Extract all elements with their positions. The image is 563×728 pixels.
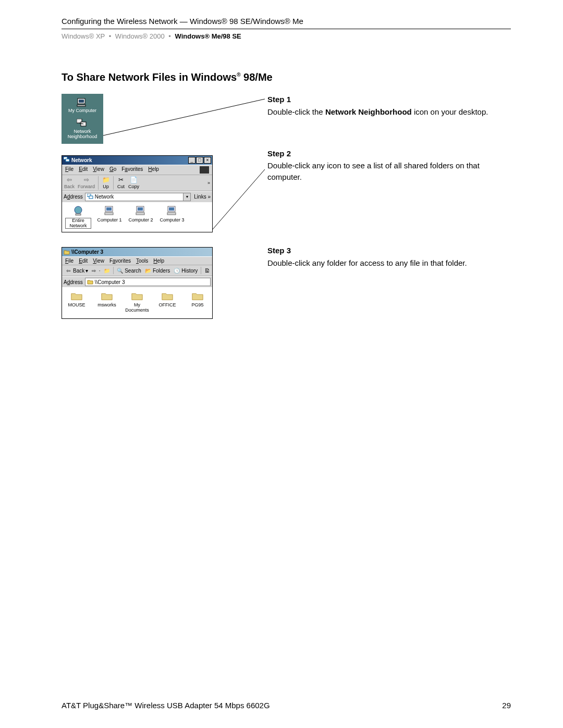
- step1-bold: Network Neighborhood: [325, 107, 412, 116]
- folder-icon: [191, 290, 204, 302]
- folder-office[interactable]: OFFICE: [155, 290, 180, 308]
- svg-rect-18: [138, 207, 143, 211]
- computer3-address-bar: Address \\Computer 3: [62, 276, 212, 287]
- svg-rect-16: [105, 213, 113, 215]
- up-label: Up: [103, 184, 109, 189]
- network-title-bar[interactable]: Network _ □ ×: [62, 156, 212, 165]
- menu-help[interactable]: Help: [148, 166, 159, 174]
- dropdown-icon: ▾: [85, 268, 88, 274]
- header-sub-nav: Windows® XP • Windows® 2000 • Windows® M…: [62, 32, 511, 40]
- computer-icon: [134, 205, 147, 217]
- folder-msworks[interactable]: msworks: [94, 290, 119, 308]
- close-button[interactable]: ×: [204, 157, 211, 164]
- step3-label: Step 3: [267, 245, 511, 256]
- copy-button[interactable]: 📄Copy: [128, 176, 139, 189]
- computer2-item[interactable]: Computer 2: [128, 205, 154, 223]
- menu-file[interactable]: File: [65, 258, 74, 264]
- links-label[interactable]: Links »: [194, 194, 211, 200]
- folders-icon: 📂: [144, 267, 152, 274]
- search-button[interactable]: 🔍Search: [116, 267, 141, 274]
- network-window-title: Network: [71, 157, 92, 163]
- cut-button[interactable]: ✂Cut: [117, 176, 125, 189]
- computer3-toolbar: ⇦Back ▾ ⇨ · 📁 🔍Search 📂Folders 🕓History …: [62, 265, 212, 276]
- nav-dot: •: [109, 32, 112, 40]
- title-pre: To Share Network Files in Windows: [62, 71, 237, 83]
- menu-go[interactable]: Go: [109, 166, 116, 174]
- menu-help[interactable]: Help: [153, 258, 164, 264]
- dot-icon: ·: [99, 268, 101, 274]
- svg-rect-3: [79, 100, 84, 103]
- menu-edit[interactable]: Edit: [79, 258, 88, 264]
- nav-2000: Windows® 2000: [115, 32, 165, 40]
- menu-view[interactable]: View: [93, 258, 104, 264]
- menu-favorites[interactable]: Favorites: [109, 258, 131, 264]
- forward-arrow-icon[interactable]: ⇨: [91, 267, 96, 274]
- network-file-area: Entire Network Computer 1 Computer 2: [62, 202, 212, 232]
- my-computer-icon[interactable]: My Computer: [68, 98, 96, 114]
- folders-button[interactable]: 📂Folders: [144, 267, 170, 274]
- menu-favorites[interactable]: Favorites: [121, 166, 143, 174]
- address-field[interactable]: \\Computer 3: [85, 278, 211, 286]
- address-dropdown-button[interactable]: ▾: [183, 193, 190, 201]
- nav-dot: •: [168, 32, 171, 40]
- folder-icon: [161, 290, 174, 302]
- step1-text-a: Double-click the: [267, 107, 325, 116]
- extra-icon[interactable]: 🖻: [204, 267, 210, 274]
- address-value: Network: [95, 194, 114, 200]
- computer3-title-bar[interactable]: \\Computer 3: [62, 248, 212, 256]
- folder-icon: [101, 290, 113, 302]
- computer-icon: [103, 205, 116, 217]
- back-label: Back: [64, 184, 75, 189]
- computer3-item[interactable]: Computer 3: [159, 205, 185, 223]
- menu-tools[interactable]: Tools: [136, 258, 148, 264]
- address-label: Address: [64, 194, 83, 200]
- menu-edit[interactable]: Edit: [79, 166, 88, 174]
- network-window: Network _ □ × File Edit View Go Favor: [62, 155, 213, 233]
- forward-button[interactable]: ⇨Forward: [78, 176, 95, 189]
- network-address-bar: Address Network ▾ Links »: [62, 191, 212, 202]
- maximize-button[interactable]: □: [196, 157, 203, 164]
- history-label: History: [181, 268, 198, 274]
- menu-view[interactable]: View: [93, 166, 104, 174]
- step2-text: Double-click any icon to see a list of a…: [267, 161, 480, 181]
- folder-mouse[interactable]: MOUSE: [64, 290, 89, 308]
- minimize-button[interactable]: _: [188, 157, 195, 164]
- computer3-window-title: \\Computer 3: [71, 249, 103, 255]
- address-field-icon: [87, 194, 93, 200]
- up-folder-icon[interactable]: 📁: [104, 267, 110, 274]
- computer3-file-area: MOUSE msworks My Documents OFFICE: [62, 287, 212, 318]
- nav-me98: Windows® Me/98 SE: [175, 32, 241, 40]
- folder-my-documents[interactable]: My Documents: [125, 290, 150, 313]
- footer-left: AT&T Plug&Share™ Wireless USB Adapter 54…: [62, 701, 270, 710]
- computer2-label: Computer 2: [128, 218, 153, 223]
- entire-network-item[interactable]: Entire Network: [65, 205, 91, 229]
- history-button[interactable]: 🕓History: [173, 267, 198, 274]
- svg-point-12: [75, 206, 82, 214]
- folders-label: Folders: [153, 268, 170, 274]
- computer3-label: Computer 3: [160, 218, 184, 223]
- step1-label: Step 1: [267, 94, 511, 105]
- folder-small-icon: [64, 249, 70, 255]
- menu-file[interactable]: File: [65, 166, 74, 174]
- network-neighborhood-label: Network Neighborhood: [62, 129, 103, 140]
- forward-label: Forward: [78, 184, 95, 189]
- up-button[interactable]: 📁Up: [102, 176, 110, 189]
- step2-label: Step 2: [267, 148, 511, 159]
- folder-pg95[interactable]: PG95: [185, 290, 210, 308]
- title-reg: ®: [237, 72, 240, 78]
- address-field[interactable]: Network ▾: [85, 193, 191, 201]
- network-neighborhood-icon[interactable]: Network Neighborhood: [62, 119, 103, 140]
- monitor-icon: [77, 98, 88, 107]
- toolbar-more-icon[interactable]: »: [207, 180, 210, 186]
- back-label: Back: [73, 268, 84, 274]
- folder-msworks-label: msworks: [97, 303, 116, 308]
- back-button[interactable]: ⇦Back: [64, 176, 75, 189]
- cut-label: Cut: [117, 184, 125, 189]
- nav-xp: Windows® XP: [62, 32, 105, 40]
- copy-icon: 📄: [130, 176, 138, 183]
- page-title: To Share Network Files in Windows® 98/Me: [62, 71, 511, 83]
- back-button[interactable]: ⇦Back ▾: [65, 267, 88, 274]
- computer1-item[interactable]: Computer 1: [96, 205, 123, 223]
- svg-rect-11: [89, 196, 93, 199]
- svg-rect-13: [76, 214, 81, 215]
